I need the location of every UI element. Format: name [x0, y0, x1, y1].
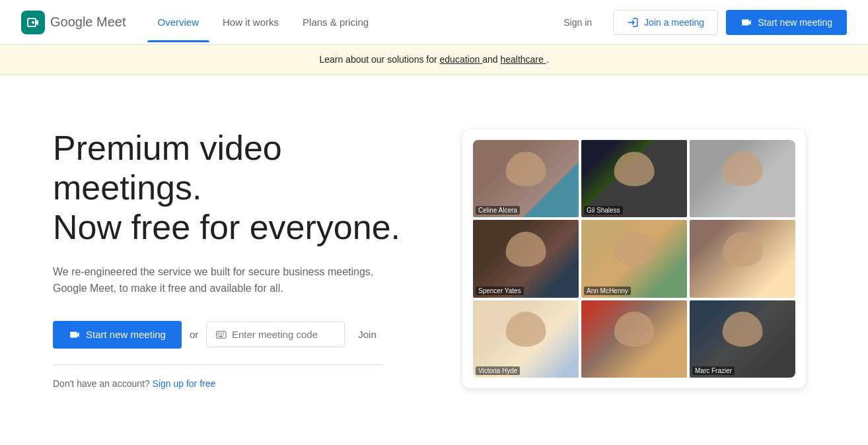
header-actions: Sign in Join a meeting Start new meeting [550, 10, 847, 35]
svg-rect-10 [223, 334, 224, 335]
hero-description: We re-engineered the service we built fo… [53, 263, 383, 297]
or-separator: or [190, 329, 198, 340]
join-meeting-icon [627, 17, 639, 28]
participant-name-1: Celine Alcera [476, 206, 520, 215]
svg-rect-4 [219, 333, 220, 333]
video-card: Celine Alcera Gil Shaless Spencer Yates … [462, 129, 806, 388]
nav-item-plans-pricing[interactable]: Plans & pricing [292, 11, 379, 33]
video-cell-7: Victoria Hyde [473, 300, 579, 378]
video-cell-6 [690, 220, 795, 297]
logo-area: Google Meet [21, 11, 126, 34]
divider [53, 364, 383, 365]
meeting-code-field[interactable] [206, 322, 345, 347]
video-cell-2: Gil Shaless [581, 140, 687, 217]
keyboard-icon [216, 330, 227, 339]
banner-text-prefix: Learn about our solutions for [319, 54, 439, 65]
video-grid: Celine Alcera Gil Shaless Spencer Yates … [473, 140, 795, 378]
svg-rect-8 [219, 334, 220, 335]
google-meet-logo-icon [21, 11, 45, 34]
join-meeting-button[interactable]: Join a meeting [613, 10, 718, 35]
video-camera-cta-icon [69, 329, 81, 341]
svg-rect-3 [218, 333, 219, 333]
svg-rect-6 [223, 333, 224, 333]
start-new-meeting-button[interactable]: Start new meeting [53, 321, 182, 349]
meeting-code-input[interactable] [232, 329, 335, 340]
start-meeting-header-button[interactable]: Start new meeting [726, 10, 847, 35]
participant-name-2: Gil Shaless [584, 206, 623, 215]
banner-text-middle: and [482, 54, 500, 65]
promo-banner: Learn about our solutions for education … [0, 45, 868, 75]
logo-text: Google Meet [50, 15, 126, 30]
hero-section: Premium video meetings. Now free for eve… [53, 129, 423, 389]
no-account-text: Don't have an account? Sign up for free [53, 378, 423, 389]
participant-name-7: Victoria Hyde [476, 366, 520, 375]
video-preview-section: Celine Alcera Gil Shaless Spencer Yates … [462, 129, 806, 388]
video-cell-4: Spencer Yates [473, 220, 579, 297]
svg-rect-7 [218, 334, 219, 335]
healthcare-link[interactable]: healthcare [500, 54, 546, 65]
education-link[interactable]: education [440, 54, 483, 65]
video-cell-5: Ann McHenny [581, 220, 687, 297]
signup-link[interactable]: Sign up for free [153, 378, 216, 389]
video-cell-8 [581, 300, 687, 378]
video-cell-1: Celine Alcera [473, 140, 579, 217]
video-camera-icon [741, 17, 752, 28]
banner-text-suffix: . [546, 54, 549, 65]
participant-name-5: Ann McHenny [584, 287, 631, 295]
participant-name-9: Marc Frazier [692, 366, 735, 375]
hero-title: Premium video meetings. Now free for eve… [53, 129, 423, 247]
nav-item-overview[interactable]: Overview [147, 11, 210, 33]
sign-in-button[interactable]: Sign in [550, 12, 605, 33]
video-cell-3 [690, 140, 795, 217]
svg-rect-9 [221, 334, 222, 335]
participant-name-4: Spencer Yates [476, 287, 524, 295]
header: Google Meet Overview How it works Plans … [0, 0, 868, 45]
main-nav: Overview How it works Plans & pricing [147, 11, 551, 33]
svg-rect-5 [221, 333, 222, 333]
join-button[interactable]: Join [353, 324, 382, 345]
video-cell-9: Marc Frazier [690, 300, 795, 378]
cta-row: Start new meeting or Join [53, 321, 423, 349]
nav-item-how-it-works[interactable]: How it works [212, 11, 289, 33]
svg-rect-11 [219, 336, 223, 337]
main-content: Premium video meetings. Now free for eve… [0, 75, 868, 443]
